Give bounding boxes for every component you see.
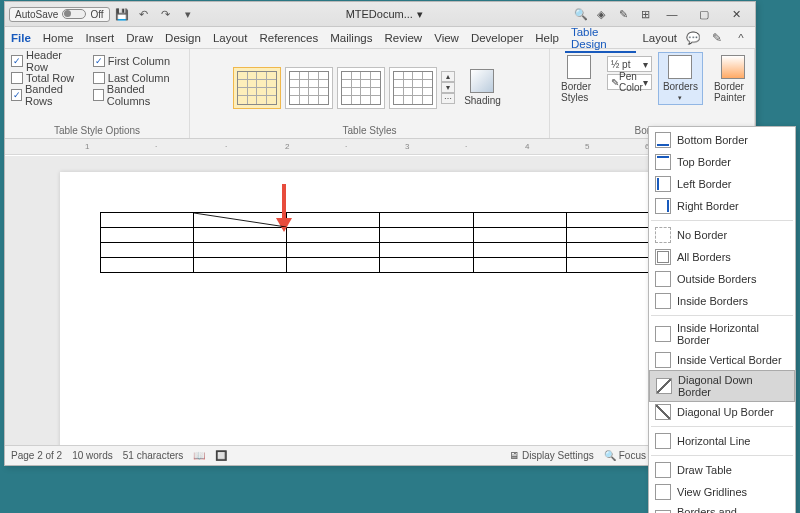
save-button[interactable]: 💾 (112, 4, 132, 24)
maximize-button[interactable]: ▢ (689, 4, 719, 24)
horizontal-ruler[interactable]: 1· ·2 ·3 ·4 56 (5, 139, 755, 155)
minimize-button[interactable]: — (657, 4, 687, 24)
table-cell[interactable] (380, 258, 473, 273)
table-cell[interactable] (473, 213, 566, 228)
table-cell[interactable] (287, 243, 380, 258)
status-words[interactable]: 10 words (72, 450, 113, 461)
diamond-icon[interactable]: ◈ (591, 4, 611, 24)
table-cell[interactable] (194, 213, 287, 228)
border-menu-bottom-border[interactable]: Bottom Border (649, 129, 795, 151)
table-cell[interactable] (194, 243, 287, 258)
check-banded-rows[interactable]: ✓ (11, 89, 22, 101)
ribbon-opts-icon[interactable]: ⊞ (635, 4, 655, 24)
document-table[interactable] (100, 212, 660, 273)
table-cell[interactable] (287, 213, 380, 228)
tab-home[interactable]: Home (37, 29, 80, 47)
check-first-col[interactable]: ✓ (93, 55, 105, 67)
collapse-ribbon-icon[interactable]: ^ (731, 28, 751, 48)
border-menu-right-border[interactable]: Right Border (649, 195, 795, 217)
tab-developer[interactable]: Developer (465, 29, 529, 47)
account-icon[interactable]: ✎ (613, 4, 633, 24)
tab-help[interactable]: Help (529, 29, 565, 47)
tab-view[interactable]: View (428, 29, 465, 47)
table-cell[interactable] (566, 213, 659, 228)
border-menu-outside-borders[interactable]: Outside Borders (649, 268, 795, 290)
gallery-down[interactable]: ▾ (441, 82, 455, 93)
border-menu-inside-vertical-border[interactable]: Inside Vertical Border (649, 349, 795, 371)
table-cell[interactable] (101, 213, 194, 228)
border-menu-top-border[interactable]: Top Border (649, 151, 795, 173)
check-banded-cols[interactable] (93, 89, 104, 101)
table-cell[interactable] (380, 213, 473, 228)
tab-design[interactable]: Design (159, 29, 207, 47)
status-access-icon[interactable]: 🔲 (215, 450, 227, 461)
tab-references[interactable]: References (253, 29, 324, 47)
check-header-row[interactable]: ✓ (11, 55, 23, 67)
table-cell[interactable] (101, 243, 194, 258)
autosave-toggle[interactable]: AutoSave Off (9, 7, 110, 22)
tab-insert[interactable]: Insert (80, 29, 121, 47)
border-menu-borders-and-shading-[interactable]: Borders and Shading... (649, 503, 795, 513)
tab-file[interactable]: File (5, 29, 37, 47)
table-cell[interactable] (101, 258, 194, 273)
table-cell[interactable] (287, 228, 380, 243)
border-menu-all-borders[interactable]: All Borders (649, 246, 795, 268)
borders-button[interactable]: Borders ▾ (658, 52, 703, 105)
border-menu-left-border[interactable]: Left Border (649, 173, 795, 195)
close-button[interactable]: ✕ (721, 4, 751, 24)
table-cell[interactable] (473, 228, 566, 243)
border-menu-draw-table[interactable]: Draw Table (649, 459, 795, 481)
table-cell[interactable] (473, 243, 566, 258)
border-menu-diagonal-up-border[interactable]: Diagonal Up Border (649, 401, 795, 423)
status-chars[interactable]: 51 characters (123, 450, 184, 461)
autosave-switch-icon[interactable] (62, 9, 86, 19)
line-weight-select[interactable]: ½ pt▾ (607, 56, 652, 72)
table-style-thumb[interactable] (285, 67, 333, 109)
display-settings[interactable]: 🖥 Display Settings (509, 450, 594, 461)
table-cell[interactable] (380, 228, 473, 243)
tab-table-design[interactable]: Table Design (565, 23, 637, 53)
check-total-row[interactable] (11, 72, 23, 84)
table-cell[interactable] (194, 258, 287, 273)
gallery-up[interactable]: ▴ (441, 71, 455, 82)
table-style-thumb[interactable] (389, 67, 437, 109)
border-styles-button[interactable]: Border Styles (556, 52, 601, 106)
tab-layout[interactable]: Layout (207, 29, 254, 47)
check-last-col[interactable] (93, 72, 105, 84)
table-style-thumb[interactable] (337, 67, 385, 109)
search-button[interactable]: 🔍 (571, 4, 591, 24)
pen-color-select[interactable]: ✎ Pen Color ▾ (607, 74, 652, 90)
status-page[interactable]: Page 2 of 2 (11, 450, 62, 461)
table-cell[interactable] (101, 228, 194, 243)
border-menu-inside-borders[interactable]: Inside Borders (649, 290, 795, 312)
table-cell[interactable] (380, 243, 473, 258)
page[interactable] (60, 172, 700, 445)
border-menu-inside-horizontal-border[interactable]: Inside Horizontal Border (649, 319, 795, 349)
border-menu-no-border[interactable]: No Border (649, 224, 795, 246)
redo-button[interactable]: ↷ (156, 4, 176, 24)
border-menu-horizontal-line[interactable]: Horizontal Line (649, 430, 795, 452)
comments-icon[interactable]: 💬 (683, 28, 703, 48)
shading-button[interactable]: Shading (459, 66, 506, 109)
gallery-more[interactable]: ⋯ (441, 93, 455, 104)
table-cell[interactable] (566, 258, 659, 273)
table-cell[interactable] (473, 258, 566, 273)
undo-button[interactable]: ↶ (134, 4, 154, 24)
tab-table-layout[interactable]: Layout (636, 29, 683, 47)
border-menu-view-gridlines[interactable]: View Gridlines (649, 481, 795, 503)
table-cell[interactable] (566, 243, 659, 258)
border-menu-diagonal-down-border[interactable]: Diagonal Down Border (649, 370, 795, 402)
document-title[interactable]: MTEDocum... ▾ (198, 8, 571, 21)
status-spell-icon[interactable]: 📖 (193, 450, 205, 461)
tab-review[interactable]: Review (378, 29, 428, 47)
table-cell[interactable] (287, 258, 380, 273)
share-icon[interactable]: ✎ (707, 28, 727, 48)
table-style-thumb[interactable] (233, 67, 281, 109)
focus-mode[interactable]: 🔍 Focus (604, 450, 646, 461)
document-area[interactable] (5, 156, 755, 445)
qat-more-button[interactable]: ▾ (178, 4, 198, 24)
tab-draw[interactable]: Draw (120, 29, 159, 47)
tab-mailings[interactable]: Mailings (324, 29, 378, 47)
table-cell[interactable] (566, 228, 659, 243)
border-painter-button[interactable]: Border Painter (709, 52, 757, 106)
